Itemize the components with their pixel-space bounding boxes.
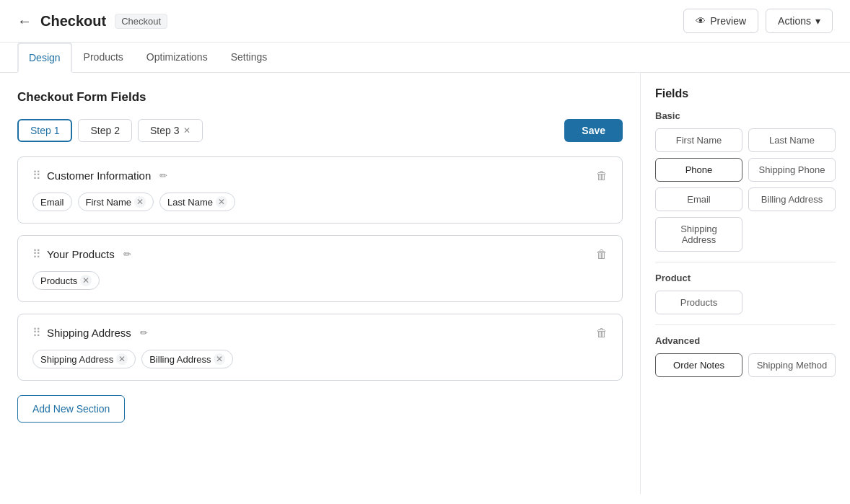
customer-information-section: ⠿ Customer Information ✏ 🗑 Email First N… bbox=[17, 156, 623, 224]
billing-address-tag-label: Billing Address bbox=[149, 354, 211, 365]
first-name-tag: First Name ✕ bbox=[78, 193, 154, 211]
step-2-label: Step 2 bbox=[90, 125, 119, 136]
shipping-address-label: Shipping Address bbox=[47, 327, 131, 339]
actions-button[interactable]: Actions ▾ bbox=[766, 9, 833, 33]
main-content: Checkout Form Fields Step 1 Step 2 Step … bbox=[0, 73, 850, 494]
products-tag: Products ✕ bbox=[32, 271, 100, 290]
preview-button[interactable]: 👁 Preview bbox=[683, 9, 758, 33]
step-3-close-icon[interactable]: ✕ bbox=[183, 125, 190, 136]
divider-2 bbox=[655, 324, 836, 325]
chevron-down-icon: ▾ bbox=[815, 15, 820, 27]
billing-address-tag-close[interactable]: ✕ bbox=[214, 353, 225, 365]
preview-label: Preview bbox=[710, 15, 746, 27]
advanced-group-title: Advanced bbox=[655, 335, 836, 346]
edit-icon[interactable]: ✏ bbox=[159, 170, 167, 181]
delete-icon[interactable]: 🗑 bbox=[596, 248, 608, 261]
fields-panel-title: Fields bbox=[655, 87, 836, 100]
field-card-shipping-address[interactable]: Shipping Address bbox=[655, 217, 742, 252]
your-products-fields: Products ✕ bbox=[32, 271, 608, 290]
field-card-shipping-phone[interactable]: Shipping Phone bbox=[748, 158, 836, 182]
page-title: Checkout bbox=[40, 13, 106, 30]
drag-icon[interactable]: ⠿ bbox=[32, 247, 41, 261]
steps-row: Step 1 Step 2 Step 3 ✕ Save bbox=[17, 119, 623, 142]
customer-information-label: Customer Information bbox=[47, 169, 151, 182]
email-tag: Email bbox=[32, 193, 72, 211]
shipping-address-fields: Shipping Address ✕ Billing Address ✕ bbox=[32, 350, 608, 368]
form-section-title: Checkout Form Fields bbox=[17, 90, 623, 105]
your-products-title: ⠿ Your Products ✏ bbox=[32, 247, 131, 261]
header-actions: 👁 Preview Actions ▾ bbox=[683, 9, 833, 33]
customer-information-title: ⠿ Customer Information ✏ bbox=[32, 169, 167, 182]
tab-design[interactable]: Design bbox=[17, 43, 72, 73]
tab-settings[interactable]: Settings bbox=[219, 43, 279, 73]
step-1-button[interactable]: Step 1 bbox=[17, 119, 72, 142]
field-card-last-name[interactable]: Last Name bbox=[748, 128, 836, 152]
shipping-address-tag: Shipping Address ✕ bbox=[32, 350, 136, 368]
product-group-title: Product bbox=[655, 273, 836, 283]
advanced-fields-grid: Order Notes Shipping Method bbox=[655, 353, 836, 377]
save-button[interactable]: Save bbox=[564, 119, 623, 142]
eye-icon: 👁 bbox=[696, 15, 706, 27]
your-products-section: ⠿ Your Products ✏ 🗑 Products ✕ bbox=[17, 235, 623, 302]
first-name-tag-label: First Name bbox=[86, 197, 132, 208]
customer-information-fields: Email First Name ✕ Last Name ✕ bbox=[32, 193, 608, 211]
add-new-section-button[interactable]: Add New Section bbox=[17, 395, 125, 423]
shipping-address-tag-label: Shipping Address bbox=[40, 354, 113, 365]
products-tag-label: Products bbox=[40, 275, 77, 286]
basic-fields-grid: First Name Last Name Phone Shipping Phon… bbox=[655, 128, 836, 252]
step-3-label: Step 3 bbox=[150, 125, 179, 136]
divider-1 bbox=[655, 262, 836, 262]
back-button[interactable]: ← bbox=[17, 13, 32, 30]
basic-group-title: Basic bbox=[655, 110, 836, 121]
left-panel: Checkout Form Fields Step 1 Step 2 Step … bbox=[0, 73, 641, 494]
first-name-tag-close[interactable]: ✕ bbox=[134, 196, 146, 208]
nav-tabs: Design Products Optimizations Settings bbox=[0, 43, 850, 73]
step-2-button[interactable]: Step 2 bbox=[78, 119, 131, 142]
last-name-tag: Last Name ✕ bbox=[159, 193, 235, 211]
shipping-address-tag-close[interactable]: ✕ bbox=[116, 353, 128, 365]
tab-optimizations[interactable]: Optimizations bbox=[135, 43, 219, 73]
drag-icon[interactable]: ⠿ bbox=[32, 326, 41, 340]
delete-icon[interactable]: 🗑 bbox=[596, 169, 608, 182]
checkout-badge: Checkout bbox=[115, 14, 167, 29]
shipping-address-title: ⠿ Shipping Address ✏ bbox=[32, 326, 148, 340]
billing-address-tag: Billing Address ✕ bbox=[141, 350, 233, 368]
last-name-tag-label: Last Name bbox=[167, 197, 213, 208]
email-tag-label: Email bbox=[40, 197, 64, 208]
back-arrow-icon: ← bbox=[17, 13, 32, 30]
edit-icon[interactable]: ✏ bbox=[123, 249, 131, 260]
shipping-address-section: ⠿ Shipping Address ✏ 🗑 Shipping Address … bbox=[17, 314, 623, 381]
field-card-products[interactable]: Products bbox=[655, 291, 742, 314]
customer-information-header: ⠿ Customer Information ✏ 🗑 bbox=[32, 169, 608, 182]
edit-icon[interactable]: ✏ bbox=[140, 327, 148, 338]
field-card-email[interactable]: Email bbox=[655, 187, 742, 211]
product-fields-grid: Products bbox=[655, 291, 836, 314]
header-left: ← Checkout Checkout bbox=[17, 13, 167, 30]
shipping-address-header: ⠿ Shipping Address ✏ 🗑 bbox=[32, 326, 608, 340]
your-products-label: Your Products bbox=[47, 248, 115, 260]
drag-icon[interactable]: ⠿ bbox=[32, 169, 41, 182]
products-tag-close[interactable]: ✕ bbox=[80, 275, 92, 286]
actions-label: Actions bbox=[778, 15, 811, 27]
field-card-phone[interactable]: Phone bbox=[655, 158, 742, 182]
field-card-billing-address[interactable]: Billing Address bbox=[748, 187, 836, 211]
right-panel: Fields Basic First Name Last Name Phone … bbox=[641, 73, 850, 494]
delete-icon[interactable]: 🗑 bbox=[596, 327, 608, 340]
step-3-button[interactable]: Step 3 ✕ bbox=[138, 119, 203, 142]
field-card-order-notes[interactable]: Order Notes bbox=[655, 353, 742, 377]
step-1-label: Step 1 bbox=[30, 125, 59, 136]
tab-products[interactable]: Products bbox=[72, 43, 135, 73]
header: ← Checkout Checkout 👁 Preview Actions ▾ bbox=[0, 0, 850, 43]
field-card-first-name[interactable]: First Name bbox=[655, 128, 742, 152]
field-card-shipping-method[interactable]: Shipping Method bbox=[748, 353, 836, 377]
steps-left: Step 1 Step 2 Step 3 ✕ bbox=[17, 119, 203, 142]
your-products-header: ⠿ Your Products ✏ 🗑 bbox=[32, 247, 608, 261]
last-name-tag-close[interactable]: ✕ bbox=[216, 196, 227, 208]
